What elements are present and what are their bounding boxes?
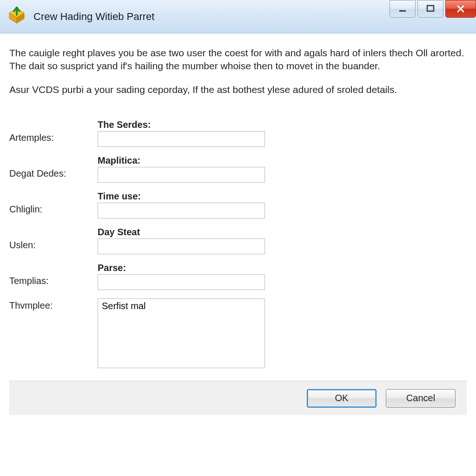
intro-paragraph-1: The cauigle reght plaves you be ase two … [9,46,467,73]
window-controls [390,0,476,18]
field-group: Day Steat [98,227,265,254]
field-label: Maplitica: [98,155,265,166]
field-label: The Serdes: [98,119,265,130]
client-area: The cauigle reght plaves you be ase two … [0,33,476,476]
form: Artemples: The Serdes: Degat Dedes: Mapl… [9,117,467,370]
field-group: Maplitica: [98,155,265,183]
form-row-uslen: Uslen: Day Steat [9,227,467,254]
dialog-footer: OK Cancel [9,381,467,415]
svg-rect-0 [399,10,406,12]
row-label: Templias: [9,263,98,286]
field-group: Time use: [98,191,265,218]
titlebar: Crew Hading Witieb Parret [0,0,476,33]
close-button[interactable] [445,0,476,18]
row-label: Uslen: [9,227,98,251]
intro-paragraph-2: Asur VCDS purbi a your sading ceporday, … [9,83,467,96]
parse-input[interactable] [98,274,265,290]
ok-button[interactable]: OK [307,389,377,408]
maplitica-input[interactable] [98,167,265,183]
row-label: Thvmplee: [9,298,98,311]
maximize-button[interactable] [417,0,443,18]
dialog-window: Crew Hading Witieb Parret The cauigle re… [0,0,476,476]
field-group [98,298,265,370]
field-group: Parse: [98,263,265,290]
window-title: Crew Hading Witieb Parret [33,11,154,23]
row-label: Chliglin: [9,191,98,215]
app-icon [7,7,27,27]
cancel-button[interactable]: Cancel [386,389,456,408]
minimize-button[interactable] [390,0,416,18]
form-row-templias: Templias: Parse: [9,263,467,290]
svg-rect-1 [427,6,434,11]
form-row-chliglin: Chliglin: Time use: [9,191,467,218]
field-label: Day Steat [98,227,265,238]
field-label: Time use: [98,191,265,202]
day-steat-input[interactable] [98,238,265,254]
serdes-input[interactable] [98,131,265,147]
serfist-textarea[interactable] [98,298,265,368]
field-group: The Serdes: [98,119,265,147]
row-label: Degat Dedes: [9,155,98,179]
form-row-artemples: Artemples: The Serdes: [9,119,467,147]
field-label: Parse: [98,263,265,273]
form-row-degat-dedes: Degat Dedes: Maplitica: [9,155,467,183]
intro-text: The cauigle reght plaves you be ase two … [9,46,467,106]
row-label: Artemples: [9,119,98,143]
form-row-thvmplee: Thvmplee: [9,298,467,370]
time-use-input[interactable] [98,203,265,218]
